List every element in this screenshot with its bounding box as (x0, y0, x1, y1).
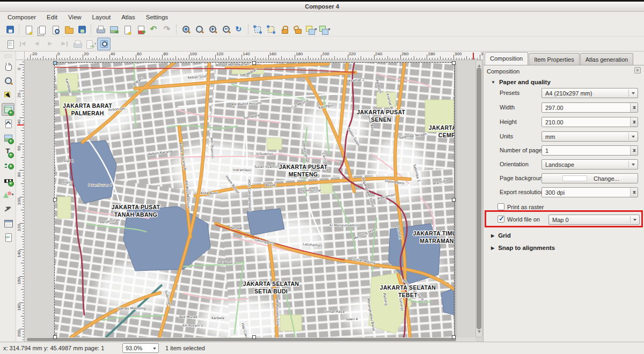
add-image-icon (3, 133, 13, 143)
spin-arrows-icon[interactable] (630, 117, 638, 127)
refresh-view-button[interactable] (232, 23, 246, 36)
menu-settings[interactable]: Settings (141, 13, 174, 21)
spin-arrows-icon[interactable] (630, 146, 638, 155)
duplicate-composition-button[interactable] (35, 23, 48, 36)
zoom-level-combo[interactable]: 93.0% (122, 343, 159, 353)
vertical-scrollbar[interactable] (475, 60, 482, 337)
map-item[interactable]: Medan Merdeka Sel.Kebon SirihPrapatanKra… (55, 63, 454, 337)
atlas-preview-icon (99, 39, 109, 49)
atlas-previous-feature-button[interactable] (30, 38, 43, 50)
atlas-next-feature-button[interactable] (43, 38, 57, 50)
load-from-template-button[interactable] (62, 23, 75, 36)
panel-close-icon[interactable]: × (634, 67, 641, 73)
menu-view[interactable]: View (63, 13, 87, 21)
section-paper-and-quality[interactable]: ▼Paper and quality (491, 79, 551, 85)
menu-layout[interactable]: Layout (87, 13, 116, 21)
vertical-scroll-thumb[interactable] (477, 68, 481, 329)
add-legend-tool-button[interactable] (2, 160, 14, 173)
right-panel: CompositionItem PropertiesAtlas generati… (483, 51, 644, 342)
ungroup-items-button[interactable] (264, 23, 277, 36)
move-item-content-tool-button[interactable] (2, 117, 14, 130)
tab-item-properties[interactable]: Item Properties (529, 53, 580, 65)
selection-handle[interactable] (452, 61, 456, 65)
tab-atlas-generation[interactable]: Atlas generation (580, 53, 634, 65)
add-attribute-table-tool-button[interactable] (2, 217, 14, 230)
export-atlas-button[interactable]: ▾ (84, 38, 97, 50)
new-composition-button[interactable] (21, 23, 35, 36)
tab-composition[interactable]: Composition (485, 52, 528, 65)
add-label-tool-button[interactable] (2, 145, 14, 158)
add-scalebar-tool-button[interactable] (2, 174, 14, 187)
save-project-button[interactable] (3, 23, 17, 36)
zoom-actual-button[interactable] (192, 23, 206, 36)
unlock-items-button[interactable] (291, 23, 304, 36)
undo-button[interactable] (147, 23, 160, 36)
pan-tool-button[interactable] (2, 60, 14, 73)
section-snap-to-alignments[interactable]: ▶Snap to alignments (491, 245, 555, 251)
zoom-in-button[interactable] (206, 23, 219, 36)
add-arrow-tool-button[interactable] (2, 202, 14, 215)
number-of-pages-spinbox[interactable]: 1 (541, 145, 638, 156)
page-background-change-button[interactable]: Change... (541, 173, 638, 183)
street-label: Indramayu (233, 168, 251, 172)
zoom-out-button[interactable] (219, 23, 232, 36)
raise-items-menu-button[interactable]: ▾ (304, 23, 318, 36)
toolbar-separator (176, 25, 177, 34)
horizontal-scrollbar[interactable] (25, 337, 475, 342)
export-as-svg-button[interactable] (120, 23, 134, 36)
print-as-raster-checkbox[interactable] (497, 203, 504, 210)
selection-handle[interactable] (53, 198, 57, 202)
group-items-button[interactable] (251, 23, 264, 36)
add-shape-tool-button[interactable]: ▾ (2, 188, 14, 201)
composer-canvas[interactable]: Medan Merdeka Sel.Kebon SirihPrapatanKra… (25, 60, 483, 342)
world-file-map-combo[interactable]: Map 0 (548, 215, 640, 225)
scroll-down-arrow-icon[interactable] (478, 330, 481, 335)
atlas-settings-button[interactable] (3, 38, 17, 50)
menu-composer[interactable]: Composer (2, 13, 41, 21)
height-spinbox[interactable]: 210.00 (541, 117, 638, 127)
add-new-map-tool-button[interactable] (2, 103, 14, 116)
scroll-up-arrow-icon[interactable] (478, 63, 481, 67)
composition-page[interactable]: Medan Merdeka Sel.Kebon SirihPrapatanKra… (55, 63, 454, 341)
menu-edit[interactable]: Edit (41, 13, 63, 21)
print-button[interactable] (93, 23, 107, 36)
width-spinbox[interactable]: 297.00 (541, 102, 638, 113)
presets-label: Presets (500, 90, 519, 96)
export-as-image-button[interactable] (107, 23, 120, 36)
street-label: Kendal (231, 226, 243, 230)
redo-button[interactable] (160, 23, 174, 36)
add-image-tool-button[interactable] (2, 131, 14, 144)
selection-handle[interactable] (252, 335, 256, 339)
atlas-first-feature-button[interactable] (17, 38, 30, 50)
spin-arrows-icon[interactable] (630, 188, 638, 197)
horizontal-scroll-thumb[interactable] (27, 338, 456, 341)
selection-handle[interactable] (452, 198, 456, 202)
selection-handle[interactable] (252, 61, 256, 65)
atlas-last-feature-button[interactable] (57, 38, 70, 50)
cursor-x-marker (473, 53, 474, 60)
selection-handle[interactable] (53, 61, 57, 65)
menu-atlas[interactable]: Atlas (116, 13, 141, 21)
section-grid[interactable]: ▶Grid (491, 232, 511, 239)
add-html-frame-tool-button[interactable] (2, 231, 14, 244)
presets-combo[interactable]: A4 (210x297 mm) (541, 88, 638, 98)
zoom-tool-button[interactable] (2, 75, 14, 87)
world-file-checkbox[interactable] (497, 216, 504, 223)
orientation-combo[interactable]: Landscape (541, 159, 638, 169)
print-as-raster-label: Print as raster (507, 204, 544, 210)
lock-items-button[interactable] (277, 23, 291, 36)
units-combo[interactable]: mm (541, 131, 638, 142)
atlas-preview-button[interactable] (97, 38, 111, 50)
selection-handle[interactable] (452, 335, 456, 339)
save-as-template-button[interactable] (75, 23, 89, 36)
zoom-full-button[interactable] (179, 23, 192, 36)
print-atlas-button[interactable] (70, 38, 84, 50)
select-move-item-tool-button[interactable] (2, 88, 14, 101)
selection-handle[interactable] (53, 335, 57, 339)
export-as-pdf-button[interactable] (134, 23, 147, 36)
add-map-icon (3, 105, 13, 114)
composition-manager-button[interactable] (48, 23, 62, 36)
spin-arrows-icon[interactable] (630, 103, 638, 112)
export-resolution-spinbox[interactable]: 300 dpi (541, 187, 638, 197)
align-items-menu-button[interactable]: ▾ (318, 23, 331, 36)
